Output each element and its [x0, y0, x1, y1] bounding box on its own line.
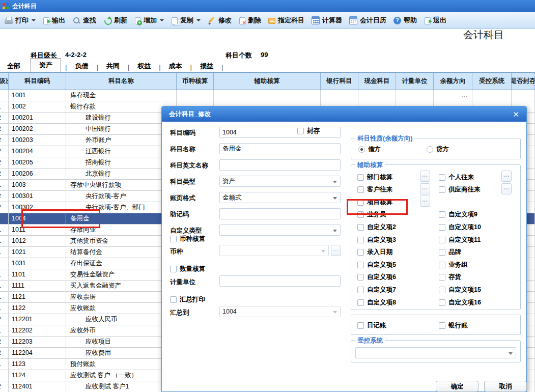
toolbar-item-delete[interactable]: 删除 — [235, 14, 265, 27]
toolbar-item-refresh[interactable]: 刷新 — [100, 14, 131, 27]
unchecked-checkbox[interactable] — [439, 224, 445, 231]
column-header-6[interactable]: 计量单位 — [396, 73, 434, 90]
aux-label[interactable]: 自定义项11 — [448, 236, 481, 244]
quantity-accounting-label[interactable]: 数量核算 — [180, 265, 205, 273]
summary-print-label[interactable]: 汇总打印 — [180, 295, 205, 304]
unchecked-checkbox[interactable] — [439, 211, 445, 218]
unchecked-checkbox[interactable] — [439, 186, 445, 193]
toolbar-item-exit[interactable]: 退出 — [420, 14, 450, 27]
tab-全部[interactable]: 全部 — [0, 60, 27, 72]
column-header-0[interactable]: 科目编码 — [9, 73, 66, 90]
tab-损益[interactable]: 损益 — [193, 60, 220, 72]
unchecked-checkbox[interactable] — [357, 274, 364, 281]
unchecked-checkbox[interactable] — [357, 237, 364, 243]
aux-label[interactable]: 自定义项7 — [367, 286, 396, 294]
aux-label[interactable]: 自定义项5 — [367, 261, 396, 269]
unchecked-checkbox[interactable] — [439, 299, 445, 306]
toolbar-item-calculator[interactable]: 计算器 — [308, 14, 346, 27]
column-header-4[interactable]: 银行科目 — [321, 73, 358, 90]
controlled-system-select[interactable] — [355, 347, 516, 358]
radio-selected[interactable] — [358, 146, 365, 153]
column-header-level[interactable]: 级次 — [0, 73, 9, 90]
currency-accounting-label[interactable]: 币种核算 — [180, 235, 205, 243]
unchecked-checkbox[interactable] — [357, 186, 364, 193]
close-icon[interactable]: ✕ — [513, 110, 519, 118]
aux-more-button[interactable]: ... — [501, 171, 512, 182]
unchecked-checkbox[interactable] — [439, 274, 445, 281]
aux-label[interactable]: 自定义项2 — [367, 223, 396, 232]
unchecked-checkbox[interactable] — [357, 299, 364, 306]
aux-label[interactable]: 客户往来 — [367, 185, 392, 194]
tab-资产[interactable]: 资产 — [31, 58, 61, 72]
currency-accounting-checkbox[interactable] — [170, 236, 177, 242]
currency-select[interactable] — [219, 245, 329, 256]
column-header-1[interactable]: 科目名称 — [66, 73, 177, 90]
english-name-input[interactable] — [219, 159, 341, 171]
aux-more-button[interactable]: ... — [420, 195, 430, 207]
tab-成本[interactable]: 成本 — [162, 60, 189, 72]
aux-label[interactable]: 自定义项3 — [367, 236, 396, 244]
bank-book-label[interactable]: 银行账 — [448, 321, 468, 330]
aux-more-button[interactable]: ... — [501, 183, 512, 194]
column-header-2[interactable]: 币种核算 — [177, 73, 214, 90]
aux-label[interactable]: 部门核算 — [367, 173, 392, 182]
toolbar-item-accounting-calendar[interactable]: 会计日历 — [346, 14, 390, 27]
dropdown-arrow-icon[interactable] — [32, 19, 36, 21]
tab-负债[interactable]: 负债 — [68, 60, 95, 72]
bank-book-checkbox[interactable] — [439, 322, 445, 329]
cancel-button[interactable]: 取消 — [484, 381, 527, 392]
currency-more-button[interactable]: ... — [331, 245, 341, 256]
aux-more-button[interactable]: ... — [420, 183, 430, 194]
aux-label[interactable]: 业务组 — [448, 261, 468, 269]
journal-checkbox[interactable] — [357, 322, 364, 329]
subject-type-select[interactable]: 资产 — [219, 176, 341, 187]
seal-checkbox[interactable] — [297, 128, 304, 134]
unchecked-checkbox[interactable] — [357, 287, 364, 293]
ok-button[interactable]: 确定 — [436, 381, 478, 392]
radio-label[interactable]: 贷方 — [436, 145, 449, 154]
tab-权益[interactable]: 权益 — [130, 60, 158, 72]
mnemonic-input[interactable] — [219, 208, 341, 219]
column-header-9[interactable]: 是否封存 — [512, 73, 535, 90]
aux-label[interactable]: 自定义项9 — [448, 210, 477, 219]
unchecked-checkbox[interactable] — [357, 262, 364, 268]
aux-label[interactable]: 存货 — [448, 273, 461, 282]
aux-label[interactable]: 供应商往来 — [448, 185, 481, 194]
toolbar-item-copy[interactable]: 复制 — [167, 14, 204, 27]
ledger-format-select[interactable]: 金额式 — [219, 192, 341, 203]
unchecked-checkbox[interactable] — [439, 287, 445, 293]
toolbar-item-modify[interactable]: 修改 — [204, 14, 235, 27]
unchecked-checkbox[interactable] — [439, 262, 445, 268]
custom-type-select[interactable] — [219, 225, 341, 236]
code-input[interactable] — [219, 127, 341, 138]
aux-label[interactable]: 自定义项16 — [448, 298, 481, 307]
aux-label[interactable]: 自定义项15 — [448, 286, 481, 294]
unchecked-checkbox[interactable] — [357, 224, 364, 231]
unchecked-checkbox[interactable] — [439, 237, 445, 243]
aux-label[interactable]: 自定义项6 — [367, 273, 396, 282]
column-header-3[interactable]: 辅助核算 — [214, 73, 321, 90]
aux-label[interactable]: 个人往来 — [448, 173, 474, 182]
dropdown-arrow-icon[interactable] — [196, 19, 201, 21]
unchecked-checkbox[interactable] — [357, 249, 364, 256]
seal-label[interactable]: 封存 — [307, 127, 320, 135]
toolbar-item-help[interactable]: 帮助 — [390, 14, 420, 27]
toolbar-item-export[interactable]: 输出 — [39, 14, 69, 27]
summary-to-select[interactable]: 1004 — [219, 306, 341, 317]
aux-more-button[interactable]: ... — [420, 171, 430, 182]
aux-label[interactable]: 自定义项8 — [367, 298, 396, 307]
dropdown-arrow-icon[interactable] — [160, 19, 164, 21]
aux-label[interactable]: 自定义项10 — [448, 223, 481, 232]
name-input[interactable] — [219, 143, 341, 154]
tab-共同[interactable]: 共同 — [99, 60, 127, 72]
aux-label[interactable]: 品牌 — [448, 248, 461, 257]
column-header-7[interactable]: 余额方向 — [434, 73, 472, 90]
unit-input[interactable] — [219, 275, 341, 287]
toolbar-item-print[interactable]: 打印 — [1, 14, 39, 27]
column-header-8[interactable]: 受控系统 — [472, 73, 512, 90]
journal-label[interactable]: 日记账 — [367, 321, 386, 330]
radio-label[interactable]: 借方 — [368, 145, 381, 154]
radio-unselected[interactable] — [427, 146, 433, 153]
table-row[interactable]: 11001库存现金… — [0, 90, 535, 101]
column-header-5[interactable]: 现金科目 — [358, 73, 396, 90]
